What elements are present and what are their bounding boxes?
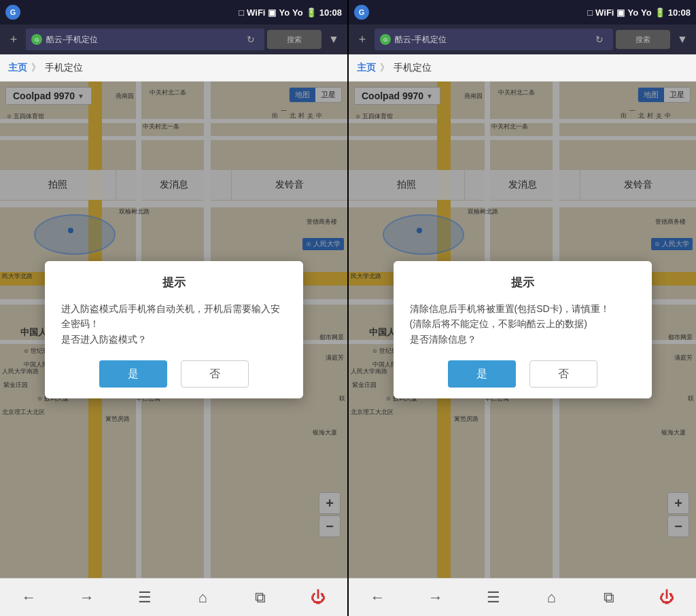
map-container-left[interactable]: Coolpad 9970 地图 卫星 中关村北二条 中关村北一街 中关村北一条 … <box>0 82 347 578</box>
forward-btn-right[interactable]: → <box>422 584 449 611</box>
battery-icon-left: 🔋 <box>306 7 317 18</box>
new-tab-btn-left[interactable]: + <box>4 30 23 49</box>
nav-sep-right: 》 <box>380 62 389 74</box>
search-bar-right[interactable]: 搜索 <box>616 30 670 49</box>
nav-current-left: 手机定位 <box>45 62 83 74</box>
app-icon-left: G <box>5 5 20 20</box>
home-btn-right[interactable]: ⌂ <box>538 584 565 611</box>
expand-btn-left[interactable]: ▼ <box>324 30 343 49</box>
left-panel: G □ WiFi ▣ Yo Yo 🔋 10:08 + G 酷云-手机定位 ↻ 搜… <box>0 0 347 616</box>
status-bar-right: G □ WiFi ▣ Yo Yo 🔋 10:08 <box>349 0 696 24</box>
tab-title-right: 酷云-手机定位 <box>395 34 587 46</box>
home-btn-left[interactable]: ⌂ <box>189 584 216 611</box>
dialog-title-left: 提示 <box>61 275 287 290</box>
dialog-overlay-right: 提示 清除信息后手机将被重置(包括SD卡)，请慎重！(清除后将不能定位，不影响酷… <box>349 82 696 578</box>
tabs-btn-right[interactable]: ⧉ <box>595 584 623 611</box>
menu-btn-left[interactable]: ☰ <box>131 584 158 611</box>
dialog-yes-right[interactable]: 是 <box>448 360 516 388</box>
dialog-overlay-left: 提示 进入防盗模式后手机将自动关机，开机后需要输入安全密码！是否进入防盗模式？ … <box>0 82 347 578</box>
sim-icon-right: □ <box>587 7 593 18</box>
nav-bar-right: 主页 》 手机定位 <box>349 54 696 82</box>
browser-bar-left: + G 酷云-手机定位 ↻ 搜索 ▼ <box>0 24 347 54</box>
dialog-buttons-right: 是 否 <box>410 360 636 388</box>
nav-current-right: 手机定位 <box>394 62 432 74</box>
bottom-nav-right: ← → ☰ ⌂ ⧉ ⏻ <box>349 578 696 616</box>
dialog-content-right: 清除信息后手机将被重置(包括SD卡)，请慎重！(清除后将不能定位，不影响酷云上的… <box>410 301 636 347</box>
browser-bar-right: + G 酷云-手机定位 ↻ 搜索 ▼ <box>349 24 696 54</box>
tab-favicon-right: G <box>380 34 391 45</box>
dialog-right: 提示 清除信息后手机将被重置(包括SD卡)，请慎重！(清除后将不能定位，不影响酷… <box>394 261 652 398</box>
search-text-right: 搜索 <box>636 35 650 45</box>
right-panel: G □ WiFi ▣ Yo Yo 🔋 10:08 + G 酷云-手机定位 ↻ 搜… <box>349 0 696 616</box>
browser-tab-right[interactable]: G 酷云-手机定位 ↻ <box>375 29 613 50</box>
bottom-nav-left: ← → ☰ ⌂ ⧉ ⏻ <box>0 578 347 616</box>
status-right-right: □ WiFi ▣ Yo Yo 🔋 10:08 <box>587 7 691 18</box>
dialog-yes-left[interactable]: 是 <box>99 360 167 388</box>
wifi-icon-right: WiFi <box>595 7 614 18</box>
browser-tab-left[interactable]: G 酷云-手机定位 ↻ <box>26 29 264 50</box>
back-btn-right[interactable]: ← <box>364 584 392 611</box>
wifi-icon-left: WiFi <box>247 7 265 18</box>
signal-icon-left: ▣ <box>268 7 276 18</box>
network1-right: Yo <box>627 7 638 18</box>
nav-home-left[interactable]: 主页 <box>8 62 27 74</box>
dialog-buttons-left: 是 否 <box>61 360 287 388</box>
network1-left: Yo <box>279 7 290 18</box>
search-text-left: 搜索 <box>287 35 302 45</box>
app-icon-right: G <box>354 5 369 20</box>
battery-icon-right: 🔋 <box>655 7 665 18</box>
nav-bar-left: 主页 》 手机定位 <box>0 54 347 82</box>
status-bar-left: G □ WiFi ▣ Yo Yo 🔋 10:08 <box>0 0 347 24</box>
power-btn-right[interactable]: ⏻ <box>653 584 680 611</box>
expand-btn-right[interactable]: ▼ <box>673 30 692 49</box>
network2-right: Yo <box>641 7 652 18</box>
time-right: 10:08 <box>668 7 691 18</box>
refresh-btn-right[interactable]: ↻ <box>591 31 608 48</box>
nav-sep-left: 》 <box>31 62 41 74</box>
back-btn-left[interactable]: ← <box>16 584 43 611</box>
status-left-icons-right: G <box>354 5 369 20</box>
dialog-no-left[interactable]: 否 <box>181 360 249 388</box>
sim-icon-left: □ <box>239 7 244 18</box>
tab-title-left: 酷云-手机定位 <box>46 34 239 46</box>
signal-icon-right: ▣ <box>616 7 625 18</box>
status-left-icons: G <box>5 5 20 20</box>
refresh-btn-left[interactable]: ↻ <box>243 31 259 48</box>
dialog-title-right: 提示 <box>410 275 636 290</box>
nav-home-right[interactable]: 主页 <box>357 62 376 74</box>
forward-btn-left[interactable]: → <box>73 584 101 611</box>
map-container-right[interactable]: Coolpad 9970 地图 卫星 中关村北二条 中关村北一街 中关村北一条 … <box>349 82 696 578</box>
power-btn-left[interactable]: ⏻ <box>304 584 332 611</box>
dialog-content-left: 进入防盗模式后手机将自动关机，开机后需要输入安全密码！是否进入防盗模式？ <box>61 301 287 347</box>
tabs-btn-left[interactable]: ⧉ <box>247 584 274 611</box>
new-tab-btn-right[interactable]: + <box>353 30 372 49</box>
dialog-left: 提示 进入防盗模式后手机将自动关机，开机后需要输入安全密码！是否进入防盗模式？ … <box>45 261 303 398</box>
network2-left: Yo <box>292 7 303 18</box>
tab-favicon-left: G <box>31 34 42 45</box>
time-left: 10:08 <box>319 7 342 18</box>
search-bar-left[interactable]: 搜索 <box>267 30 321 49</box>
dialog-no-right[interactable]: 否 <box>529 360 597 388</box>
status-right-left: □ WiFi ▣ Yo Yo 🔋 10:08 <box>239 7 342 18</box>
menu-btn-right[interactable]: ☰ <box>480 584 507 611</box>
